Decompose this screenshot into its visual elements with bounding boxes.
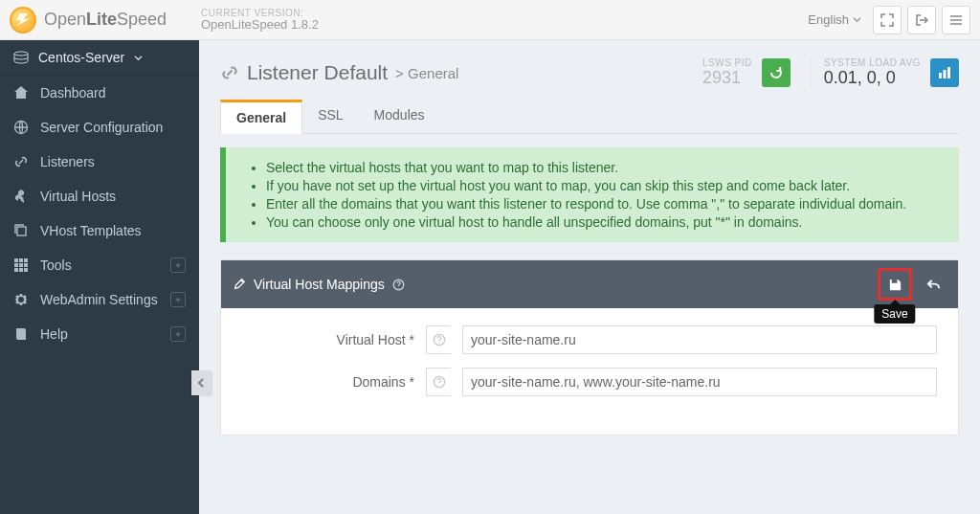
server-icon <box>13 50 29 65</box>
tab-modules[interactable]: Modules <box>359 100 440 133</box>
panel-body: Virtual Host * Domains * <box>221 308 958 435</box>
tab-label: General <box>236 110 286 125</box>
svg-rect-11 <box>939 73 942 78</box>
svg-rect-3 <box>19 258 23 262</box>
page-title: Listener Default > General <box>220 61 458 84</box>
language-switcher[interactable]: English <box>802 9 867 31</box>
sidebar-item-virtual-hosts[interactable]: Virtual Hosts <box>0 179 199 213</box>
cubes-icon <box>13 189 29 204</box>
refresh-icon <box>768 65 784 80</box>
server-selector-label: Centos-Server <box>38 50 124 65</box>
brand[interactable]: OpenLiteSpeed <box>10 7 201 34</box>
virtual-host-input[interactable] <box>462 325 937 354</box>
link-icon <box>220 63 239 82</box>
stats-button[interactable] <box>930 58 959 87</box>
vhost-mappings-panel: Virtual Host Mappings Save Virtual Host … <box>220 259 959 436</box>
help-icon <box>392 279 405 291</box>
expand-icon: ＋ <box>170 326 186 342</box>
sidebar-item-label: VHost Templates <box>40 223 142 238</box>
brand-name: OpenLiteSpeed <box>44 10 167 30</box>
help-tip-box: Select the virtual hosts that you want t… <box>220 147 959 242</box>
stat-load: SYSTEM LOAD AVG 0.01, 0, 0 <box>810 57 959 88</box>
sidebar-item-server-configuration[interactable]: Server Configuration <box>0 110 199 145</box>
svg-rect-6 <box>19 263 23 267</box>
chevron-down-icon <box>134 54 143 62</box>
version-value: OpenLiteSpeed 1.8.2 <box>201 18 319 32</box>
logout-button[interactable] <box>907 6 936 34</box>
svg-rect-10 <box>24 268 28 272</box>
clone-icon <box>13 223 29 238</box>
tooltip: Save <box>874 304 915 324</box>
sidebar-item-vhost-templates[interactable]: VHost Templates <box>0 213 199 248</box>
domains-input[interactable] <box>462 368 937 396</box>
save-button[interactable]: Save <box>881 272 908 297</box>
logout-icon <box>915 13 928 27</box>
panel-title: Virtual Host Mappings <box>254 277 385 292</box>
sidebar-item-tools[interactable]: Tools ＋ <box>0 248 199 282</box>
restart-button[interactable] <box>762 58 791 87</box>
tabs: General SSL Modules <box>220 100 959 134</box>
expand-icon <box>880 13 894 27</box>
undo-icon <box>926 278 941 292</box>
sidebar-item-label: Tools <box>40 257 72 273</box>
version-block: CURRENT VERSION: OpenLiteSpeed 1.8.2 <box>201 8 319 32</box>
svg-rect-1 <box>17 227 26 235</box>
topbar: OpenLiteSpeed CURRENT VERSION: OpenLiteS… <box>0 0 980 40</box>
svg-rect-5 <box>14 263 18 267</box>
page-title-text: Listener Default <box>247 61 388 84</box>
svg-rect-7 <box>24 263 28 267</box>
sidebar-collapse-button[interactable] <box>191 370 212 395</box>
svg-rect-9 <box>19 268 23 272</box>
globe-icon <box>13 120 29 135</box>
menu-icon <box>949 13 963 27</box>
fullscreen-button[interactable] <box>873 6 902 34</box>
help-icon <box>433 375 446 389</box>
nav: Dashboard Server Configuration Listeners… <box>0 76 199 351</box>
book-icon <box>13 326 29 342</box>
tab-label: Modules <box>374 107 425 123</box>
tab-label: SSL <box>318 107 343 123</box>
sidebar-item-webadmin-settings[interactable]: WebAdmin Settings ＋ <box>0 282 199 317</box>
tip-item: Enter all the domains that you want this… <box>266 196 940 212</box>
expand-icon: ＋ <box>170 257 186 273</box>
sidebar-item-label: WebAdmin Settings <box>40 292 158 307</box>
field-help-button[interactable] <box>426 325 451 354</box>
chart-icon <box>937 65 952 80</box>
sidebar-item-dashboard[interactable]: Dashboard <box>0 76 199 110</box>
svg-rect-4 <box>24 258 28 262</box>
save-highlight: Save <box>878 268 912 301</box>
undo-button[interactable] <box>920 272 947 297</box>
stat-label: LSWS PID <box>702 57 752 68</box>
language-label: English <box>808 12 849 27</box>
tab-ssl[interactable]: SSL <box>302 100 358 133</box>
tip-item: Select the virtual hosts that you want t… <box>266 160 940 175</box>
server-selector[interactable]: Centos-Server <box>0 40 199 76</box>
page-header: Listener Default > General LSWS PID 2931… <box>220 57 959 88</box>
breadcrumb: > General <box>395 65 458 81</box>
main-content: Listener Default > General LSWS PID 2931… <box>199 40 980 514</box>
menu-button[interactable] <box>942 6 970 34</box>
save-icon <box>888 278 902 292</box>
sidebar-item-label: Listeners <box>40 154 95 169</box>
help-icon <box>433 333 446 346</box>
grid-icon <box>13 257 29 273</box>
gear-icon <box>13 292 29 307</box>
stat-value: 0.01, 0, 0 <box>824 68 921 88</box>
link-icon <box>13 154 29 169</box>
stat-pid: LSWS PID 2931 <box>689 57 791 88</box>
sidebar-item-label: Dashboard <box>40 85 106 101</box>
sidebar-item-help[interactable]: Help ＋ <box>0 317 199 351</box>
svg-rect-2 <box>14 258 18 262</box>
tip-item: You can choose only one virtual host to … <box>266 214 940 230</box>
form-row-domains: Domains * <box>242 368 937 396</box>
sidebar-item-label: Server Configuration <box>40 120 163 135</box>
sidebar-item-listeners[interactable]: Listeners <box>0 145 199 179</box>
tab-general[interactable]: General <box>220 100 302 134</box>
field-label: Domains * <box>242 374 414 390</box>
panel-header: Virtual Host Mappings Save <box>221 260 958 308</box>
edit-icon <box>233 278 246 291</box>
sidebar: Centos-Server Dashboard Server Configura… <box>0 40 199 514</box>
stat-label: SYSTEM LOAD AVG <box>824 57 921 68</box>
field-help-button[interactable] <box>426 368 451 396</box>
sidebar-item-label: Virtual Hosts <box>40 189 116 204</box>
